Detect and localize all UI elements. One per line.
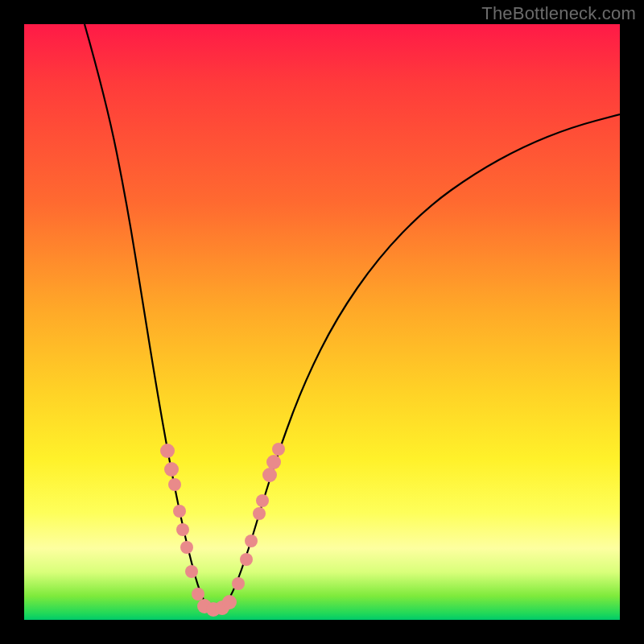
data-marker — [245, 535, 258, 547]
watermark-text: TheBottleneck.com — [481, 3, 636, 24]
data-marker — [240, 553, 253, 566]
data-marker — [272, 443, 285, 456]
data-marker — [164, 462, 179, 477]
data-marker — [262, 468, 277, 482]
data-marker — [185, 565, 198, 578]
marker-group — [160, 443, 285, 617]
data-marker — [266, 455, 281, 469]
data-marker — [168, 478, 181, 491]
data-marker — [222, 595, 237, 609]
data-marker — [192, 588, 204, 601]
data-marker — [180, 541, 193, 554]
data-marker — [232, 577, 245, 590]
data-marker — [173, 505, 186, 518]
data-marker — [256, 494, 269, 507]
data-marker — [253, 507, 266, 520]
chart-frame — [24, 24, 620, 620]
data-marker — [160, 444, 175, 458]
chart-svg — [24, 24, 620, 620]
data-marker — [176, 523, 189, 536]
bottleneck-curve — [85, 24, 620, 609]
